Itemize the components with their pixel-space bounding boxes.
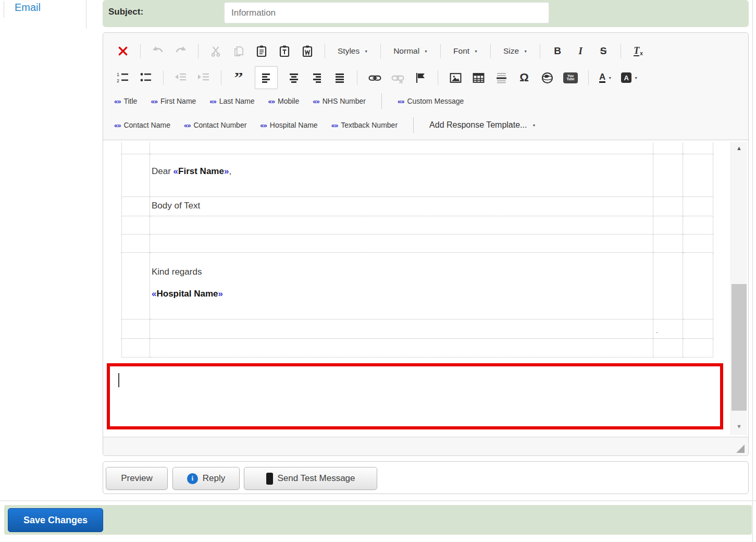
link-icon[interactable] xyxy=(368,71,381,84)
resize-handle-icon[interactable] xyxy=(736,445,745,453)
table-icon[interactable] xyxy=(472,71,485,84)
chevron-down-icon: ▼ xyxy=(474,50,478,53)
merge-field-title[interactable]: «» Title xyxy=(114,97,137,105)
bulleted-list-icon[interactable] xyxy=(139,71,153,84)
paste-as-text-icon[interactable] xyxy=(278,44,291,58)
subject-bar: Subject: xyxy=(103,0,749,27)
align-right-icon[interactable] xyxy=(310,71,324,84)
merge-field-nhs-number[interactable]: «» NHS Number xyxy=(313,97,366,105)
table-row: Kind regards «Hospital Name» xyxy=(122,252,713,319)
scrollbar-thumb[interactable] xyxy=(732,284,747,411)
paragraph-format-dropdown[interactable]: Normal ▼ xyxy=(391,46,430,56)
chevron-down-icon: ▼ xyxy=(364,50,368,53)
merge-field-last-name[interactable]: «» Last Name xyxy=(209,97,254,105)
copy-icon[interactable] xyxy=(232,44,245,58)
merge-field-contact-number[interactable]: «» Contact Number xyxy=(184,121,246,129)
toolbar-separator xyxy=(540,44,540,58)
stray-dot-cell[interactable]: . xyxy=(653,319,683,338)
send-test-message-button[interactable]: Send Test Message xyxy=(244,467,377,490)
toolbar-separator xyxy=(198,44,199,58)
tab-email[interactable]: Email xyxy=(15,2,41,14)
size-dropdown[interactable]: Size ▼ xyxy=(501,46,529,56)
email-body-table: Dear «First Name», Body of Text Kind reg… xyxy=(121,142,713,358)
anchor-flag-icon[interactable] xyxy=(414,71,427,84)
merge-field-contact-name[interactable]: «» Contact Name xyxy=(114,121,170,129)
scroll-down-icon[interactable]: ▼ xyxy=(731,423,747,429)
first-name-merge-token: First Name xyxy=(178,166,224,176)
italic-icon[interactable]: I xyxy=(574,44,587,58)
tab-separator xyxy=(86,0,86,29)
horizontal-rule-icon[interactable] xyxy=(494,71,508,84)
toolbar-separator xyxy=(140,44,141,58)
background-color-button[interactable]: A ▼ xyxy=(621,72,638,83)
cut-icon[interactable] xyxy=(209,44,222,58)
footer-bar: Save Changes xyxy=(4,505,752,535)
toolbar-separator xyxy=(588,70,589,85)
merge-field-first-name[interactable]: «» First Name xyxy=(151,97,196,105)
preview-button[interactable]: Preview xyxy=(106,467,168,490)
table-row xyxy=(122,216,713,234)
guillemets-icon: «» xyxy=(184,121,190,129)
scroll-up-icon[interactable]: ▲ xyxy=(731,145,747,151)
align-center-icon[interactable] xyxy=(287,71,301,84)
add-response-template-dropdown[interactable]: Add Response Template... ▼ xyxy=(429,120,536,130)
image-icon[interactable] xyxy=(449,71,462,84)
reply-button[interactable]: i Reply xyxy=(172,467,240,490)
guillemets-icon: «» xyxy=(114,97,120,105)
chevron-down-icon: ▼ xyxy=(634,76,638,80)
increase-indent-icon[interactable] xyxy=(197,71,210,84)
numbered-list-icon[interactable]: 12 xyxy=(116,71,130,84)
styles-dropdown[interactable]: Styles ▼ xyxy=(336,46,370,56)
font-dropdown[interactable]: Font ▼ xyxy=(451,46,480,56)
highlighted-empty-text-area[interactable] xyxy=(107,363,723,429)
unlink-icon[interactable] xyxy=(391,71,404,84)
align-left-active-box[interactable] xyxy=(255,66,278,89)
bold-icon[interactable]: B xyxy=(551,44,564,58)
guillemets-icon: «» xyxy=(268,97,275,105)
merge-fields-row-1: «» Title «» First Name «» Last Name «» M… xyxy=(114,93,743,109)
blockquote-icon[interactable]: ” xyxy=(232,73,245,82)
globe-iframe-icon[interactable] xyxy=(540,71,554,84)
toolbar-row-2: 12 ” xyxy=(116,65,743,91)
page-right-border xyxy=(752,0,753,542)
body-text-line: Body of Text xyxy=(152,201,653,211)
guillemets-icon: «» xyxy=(313,97,319,105)
text-color-button[interactable]: A ▼ xyxy=(599,72,612,83)
redo-icon[interactable] xyxy=(174,44,188,58)
chevron-down-icon: ▼ xyxy=(424,50,428,53)
toolbar-separator xyxy=(621,44,621,58)
toolbar-separator xyxy=(221,70,221,85)
text-cursor xyxy=(118,373,119,387)
remove-format-icon[interactable]: T x xyxy=(631,44,645,58)
toolbar-separator xyxy=(438,70,438,85)
align-left-icon xyxy=(259,71,273,84)
info-icon: i xyxy=(187,473,198,484)
chevron-down-icon: ▼ xyxy=(524,50,527,53)
toolbar-separator xyxy=(163,70,164,85)
hospital-name-line: «Hospital Name» xyxy=(152,289,653,299)
table-row xyxy=(122,234,713,252)
paste-from-word-icon[interactable] xyxy=(301,44,314,58)
decrease-indent-icon[interactable] xyxy=(174,71,188,84)
strikethrough-icon[interactable]: S xyxy=(597,44,610,58)
footer-divider xyxy=(0,500,756,501)
merge-field-textback-number[interactable]: «» Textback Number xyxy=(331,121,398,129)
toolbar-row-1: Styles ▼ Normal ▼ Font ▼ Size ▼ B I S xyxy=(116,38,743,64)
delete-template-icon[interactable] xyxy=(116,44,130,58)
guillemets-icon: «» xyxy=(331,121,338,129)
youtube-icon[interactable]: You Tube xyxy=(563,72,578,83)
save-changes-button[interactable]: Save Changes xyxy=(8,508,103,532)
merge-field-hospital-name[interactable]: «» Hospital Name xyxy=(260,121,317,129)
special-character-icon[interactable]: Ω xyxy=(517,71,531,84)
merge-field-mobile[interactable]: «» Mobile xyxy=(268,97,300,105)
tab-list-left-border xyxy=(4,1,4,18)
paste-icon[interactable] xyxy=(255,44,268,58)
guillemets-icon: «» xyxy=(209,97,216,105)
justify-icon[interactable] xyxy=(333,71,346,84)
toolbar-separator xyxy=(357,70,357,85)
undo-icon[interactable] xyxy=(151,44,165,58)
editor-scrollbar[interactable]: ▲ ▼ xyxy=(730,142,747,435)
table-row: Body of Text xyxy=(122,196,713,216)
merge-field-custom-message[interactable]: «» Custom Message xyxy=(398,97,464,105)
subject-input[interactable] xyxy=(224,2,549,23)
